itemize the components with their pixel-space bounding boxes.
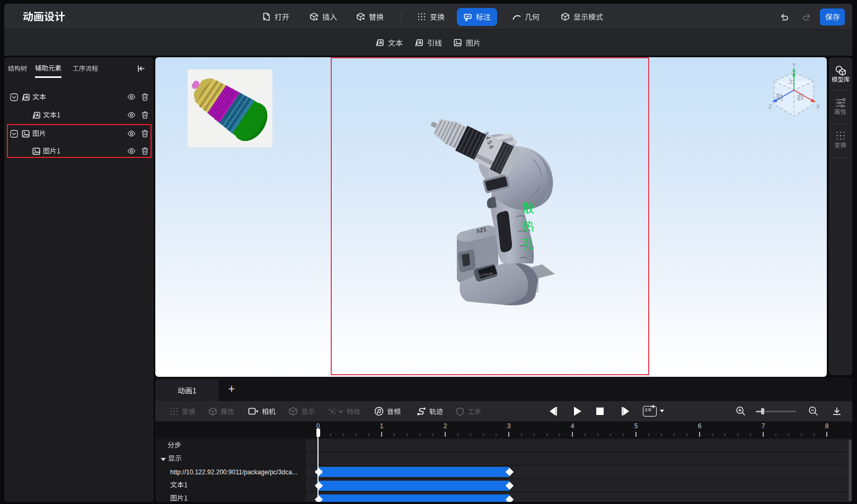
svg-text:3: 3: [507, 422, 511, 430]
svg-text:6: 6: [698, 422, 702, 430]
svg-text:1: 1: [380, 422, 384, 430]
svg-text:4: 4: [571, 422, 575, 430]
svg-text:Y: Y: [792, 62, 797, 68]
svg-text:5: 5: [634, 422, 638, 430]
svg-text:Z: Z: [768, 103, 772, 110]
svg-text:2: 2: [444, 422, 447, 430]
svg-text:8: 8: [825, 422, 829, 430]
svg-text:7: 7: [762, 422, 765, 430]
svg-text:X: X: [816, 103, 820, 110]
